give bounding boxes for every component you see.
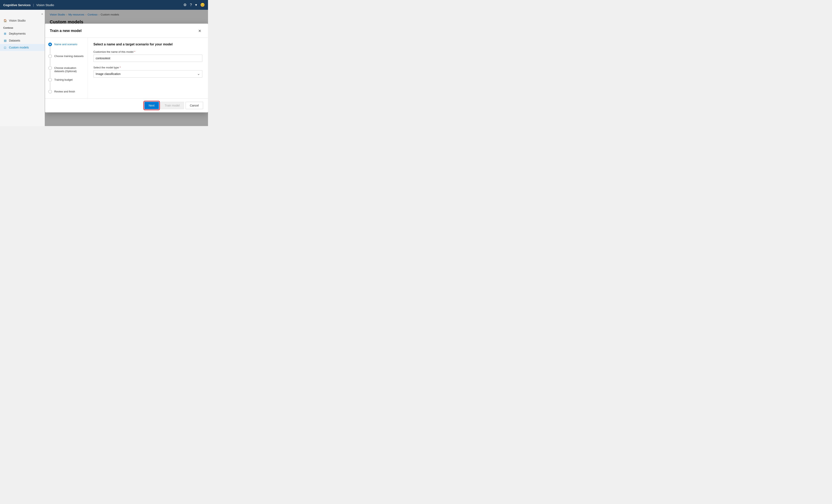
modal-dialog: Train a new model ✕ Name and scenar <box>45 24 208 112</box>
sidebar-item-custom-models[interactable]: ◻ Custom models <box>0 44 45 51</box>
step-2-circle <box>48 54 52 58</box>
sidebar-item-datasets[interactable]: ▤ Datasets <box>0 37 45 44</box>
step-1: Name and scenario <box>48 43 84 54</box>
step-4-label: Training budget <box>54 78 73 82</box>
sidebar-collapse-area: « <box>0 11 45 17</box>
step-5-label: Review and finish <box>54 90 75 94</box>
dropdown-icon[interactable]: ▾ <box>195 3 197 7</box>
collapse-button[interactable]: « <box>41 12 43 16</box>
step-3-connector <box>48 66 52 78</box>
model-type-field: Select the model type * Image classifica… <box>94 66 202 78</box>
modal-footer: Next Train model Cancel <box>45 98 208 112</box>
nav-brand-group: Cognitive Services | Vision Studio <box>3 3 54 7</box>
sidebar-item-datasets-label: Datasets <box>9 39 20 42</box>
form-heading: Select a name and a target scenario for … <box>94 43 202 46</box>
next-button[interactable]: Next <box>145 102 159 109</box>
model-name-input[interactable] <box>94 55 202 62</box>
step-4-connector <box>48 78 52 90</box>
home-icon: 🏠 <box>3 19 7 22</box>
model-type-required: * <box>120 66 121 69</box>
step-2-label: Choose training datasets <box>54 54 84 58</box>
step-4-line <box>50 82 50 89</box>
step-3-label: Choose evaluation datasets (Optional) <box>54 66 84 73</box>
step-1-circle <box>48 43 52 46</box>
user-icon[interactable]: 😊 <box>200 3 205 7</box>
step-2-connector <box>48 54 52 66</box>
top-navigation: Cognitive Services | Vision Studio ⚙ ? ▾… <box>0 0 208 10</box>
content-area: Vision Studio › My resources › Contoso ›… <box>45 10 208 126</box>
modal-title: Train a new model <box>50 29 82 33</box>
nav-brand-label: Cognitive Services <box>3 3 30 7</box>
nav-separator: | <box>33 3 34 7</box>
step-5-circle <box>48 90 52 94</box>
model-name-required: * <box>134 50 135 53</box>
cancel-button[interactable]: Cancel <box>186 102 203 109</box>
custom-models-icon: ◻ <box>3 46 7 49</box>
deployments-icon: ⊞ <box>3 32 7 35</box>
sidebar-section-label: Contoso <box>0 24 45 30</box>
model-type-select-wrapper: Image classification Object detection Pr… <box>94 70 202 78</box>
main-layout: « 🏠 Vision Studio Contoso ⊞ Deployments … <box>0 10 208 126</box>
datasets-icon: ▤ <box>3 39 7 42</box>
nav-actions: ⚙ ? ▾ 😊 <box>183 3 205 7</box>
form-panel: Select a name and a target scenario for … <box>88 38 208 98</box>
sidebar-app-label: Vision Studio <box>9 19 25 22</box>
sidebar-item-deployments-label: Deployments <box>9 32 26 35</box>
modal-body: Name and scenario Choose training datase… <box>45 38 208 98</box>
sidebar-app-item[interactable]: 🏠 Vision Studio <box>0 17 45 24</box>
model-type-select[interactable]: Image classification Object detection Pr… <box>94 70 202 78</box>
step-5: Review and finish <box>48 90 84 94</box>
step-4: Training budget <box>48 78 84 90</box>
sidebar: « 🏠 Vision Studio Contoso ⊞ Deployments … <box>0 10 45 126</box>
modal-overlay: Train a new model ✕ Name and scenar <box>45 10 208 126</box>
settings-icon[interactable]: ⚙ <box>183 3 187 7</box>
model-name-field: Customize the name of this model * <box>94 50 202 62</box>
step-2: Choose training datasets <box>48 54 84 66</box>
nav-app-name: Vision Studio <box>36 3 54 7</box>
step-2-line <box>50 58 50 66</box>
model-type-label: Select the model type * <box>94 66 202 69</box>
steps-panel: Name and scenario Choose training datase… <box>45 38 88 98</box>
step-3: Choose evaluation datasets (Optional) <box>48 66 84 78</box>
train-model-button: Train model <box>160 102 184 109</box>
step-3-circle <box>48 66 52 70</box>
step-3-line <box>50 70 50 78</box>
model-name-label: Customize the name of this model * <box>94 50 202 53</box>
step-1-label: Name and scenario <box>54 43 77 46</box>
help-icon[interactable]: ? <box>190 3 192 7</box>
step-5-connector <box>48 90 52 94</box>
sidebar-item-custom-models-label: Custom models <box>9 46 29 49</box>
step-1-connector <box>48 43 52 54</box>
modal-header: Train a new model ✕ <box>45 24 208 38</box>
sidebar-item-deployments[interactable]: ⊞ Deployments <box>0 30 45 37</box>
step-1-line <box>50 47 50 54</box>
step-4-circle <box>48 78 52 82</box>
modal-close-button[interactable]: ✕ <box>197 28 203 34</box>
